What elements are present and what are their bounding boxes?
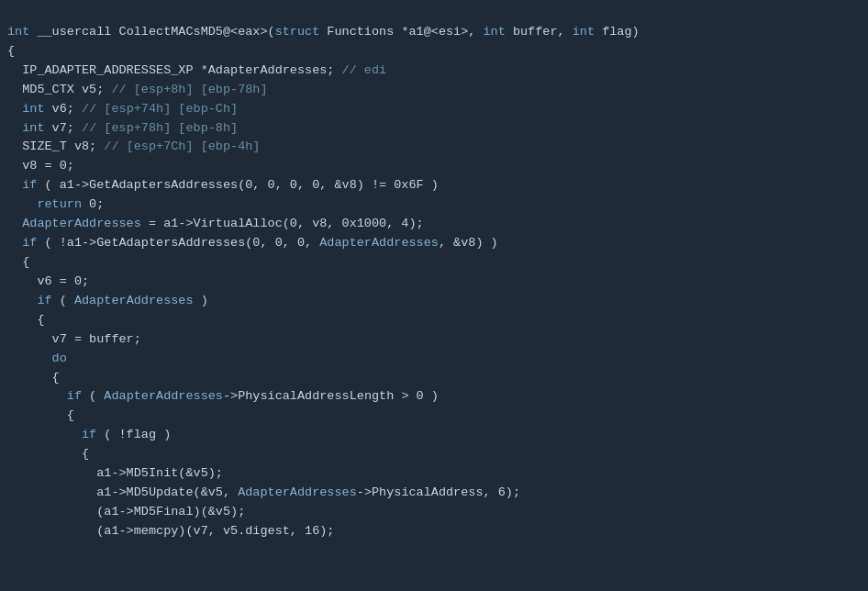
code-line: AdapterAddresses = a1->VirtualAlloc(0, v… [7,215,861,234]
code-line: (a1->MD5Final)(&v5); [7,503,861,522]
code-line: MD5_CTX v5; // [esp+8h] [ebp-78h] [7,81,861,100]
code-line: if ( a1->GetAdaptersAddresses(0, 0, 0, 0… [7,176,861,195]
code-line: { [7,253,861,273]
code-line: do [7,350,861,369]
code-line: (a1->memcpy)(v7, v5.digest, 16); [7,522,861,541]
code-line: int __usercall CollectMACsMD5@<eax>(stru… [7,23,861,42]
code-line: { [7,311,861,330]
code-line: v6 = 0; [7,273,861,292]
code-line: if ( !flag ) [7,426,861,445]
code-line: { [7,369,861,388]
code-line: a1->MD5Update(&v5, AdapterAddresses->Phy… [7,484,861,503]
code-line: return 0; [7,195,861,215]
code-line: SIZE_T v8; // [esp+7Ch] [ebp-4h] [7,138,861,157]
code-line: if ( AdapterAddresses ) [7,292,861,311]
code-line: if ( !a1->GetAdaptersAddresses(0, 0, 0, … [7,234,861,253]
code-line: a1->MD5Init(&v5); [7,464,861,484]
code-line: { [7,407,861,426]
code-line: v8 = 0; [7,157,861,176]
code-line: { [7,445,861,464]
code-line: if ( AdapterAddresses->PhysicalAddressLe… [7,387,861,407]
code-line: int v7; // [esp+78h] [ebp-8h] [7,119,861,139]
code-line: { [7,42,861,61]
code-line: IP_ADAPTER_ADDRESSES_XP *AdapterAddresse… [7,61,861,81]
code-line: v7 = buffer; [7,330,861,350]
code-viewer: int __usercall CollectMACsMD5@<eax>(stru… [0,0,868,545]
code-line: int v6; // [esp+74h] [ebp-Ch] [7,100,861,119]
